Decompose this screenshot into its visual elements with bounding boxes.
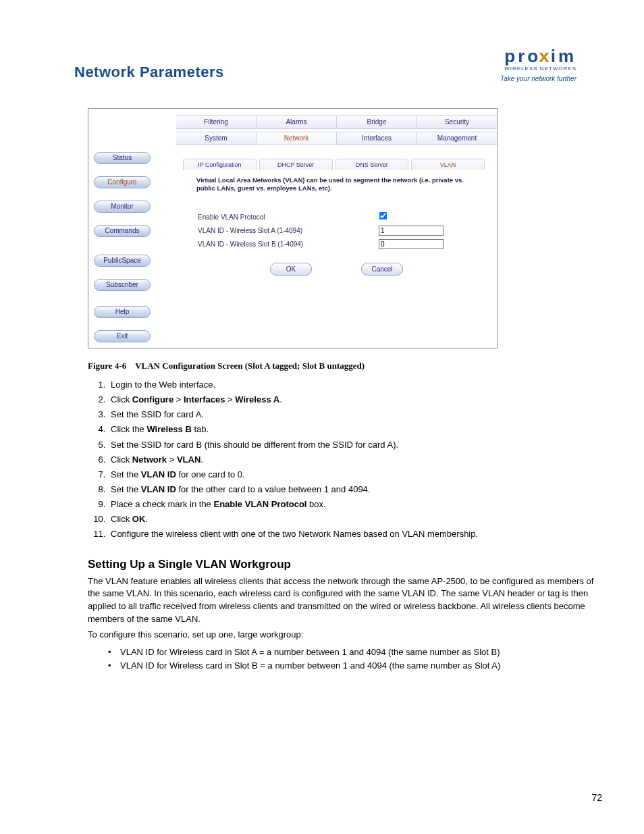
list-item: Place a check mark in the Enable VLAN Pr… <box>108 498 601 511</box>
nav-publicspace[interactable]: PublicSpace <box>94 255 151 267</box>
tab-security[interactable]: Security <box>417 116 497 128</box>
list-item: Click OK. <box>108 513 601 526</box>
nav-monitor[interactable]: Monitor <box>94 201 151 213</box>
figure-caption: Figure 4-6 VLAN Configuration Screen (Sl… <box>88 361 603 371</box>
logo-text-left: pro <box>504 46 541 66</box>
logo-text-right: im <box>551 46 576 66</box>
subtab-dns-server[interactable]: DNS Server <box>336 159 409 170</box>
list-item: Click Configure > Interfaces > Wireless … <box>108 393 601 407</box>
vlan-slot-b-input[interactable] <box>379 239 444 249</box>
nav-status[interactable]: Status <box>94 152 151 164</box>
list-item: Configure the wireless client with one o… <box>108 527 601 541</box>
list-item: Login to the Web interface. <box>108 378 601 392</box>
list-item: Click the Wireless B tab. <box>108 423 601 436</box>
ok-button[interactable]: OK <box>270 263 312 276</box>
vlan-slot-b-label: VLAN ID - Wireless Slot B (1-4094) <box>198 238 303 251</box>
tab-alarms[interactable]: Alarms <box>257 116 337 128</box>
section-para-2: To configure this scenario, set up one, … <box>88 629 608 642</box>
nav-subscriber[interactable]: Subscriber <box>94 279 151 291</box>
tab-interfaces[interactable]: Interfaces <box>337 132 417 145</box>
tab-network[interactable]: Network <box>257 132 337 145</box>
logo-subtext: WIRELESS NETWORKS <box>500 66 576 72</box>
list-item: Set the SSID for card A. <box>108 408 601 421</box>
subtab-ip-configuration[interactable]: IP Configuration <box>183 159 257 170</box>
vlan-config-screenshot: Status Configure Monitor Commands Public… <box>88 108 498 348</box>
list-item: VLAN ID for Wireless card in Slot A = a … <box>108 646 603 659</box>
figure-text: VLAN Configuration Screen (Slot A tagged… <box>135 361 365 371</box>
page-title: Network Parameters <box>74 63 224 81</box>
tab-bridge[interactable]: Bridge <box>337 116 417 128</box>
tab-filtering[interactable]: Filtering <box>176 116 257 128</box>
subtab-vlan[interactable]: VLAN <box>411 159 485 170</box>
vlan-slot-a-input[interactable] <box>379 226 444 236</box>
section-para-1: The VLAN feature enables all wireless cl… <box>88 575 608 626</box>
list-item: Click Network > VLAN. <box>108 453 601 467</box>
nav-commands[interactable]: Commands <box>94 225 151 237</box>
subtab-dhcp-server[interactable]: DHCP Server <box>259 159 333 170</box>
cancel-button[interactable]: Cancel <box>361 263 403 276</box>
page-header: Network Parameters proxim WIRELESS NETWO… <box>41 41 603 88</box>
nav-exit[interactable]: Exit <box>94 330 151 342</box>
list-item: Set the SSID for card B (this should be … <box>108 438 601 452</box>
page-number: 72 <box>591 792 602 803</box>
procedure-list: Login to the Web interface. Click Config… <box>108 378 601 542</box>
list-item: VLAN ID for Wireless card in Slot B = a … <box>108 659 603 673</box>
nav-configure[interactable]: Configure <box>94 176 151 188</box>
list-item: Set the VLAN ID for the other card to a … <box>108 483 601 496</box>
logo-tagline: Take your network further <box>500 76 576 82</box>
enable-vlan-label: Enable VLAN Protocol <box>198 211 265 224</box>
list-item: Set the VLAN ID for one card to 0. <box>108 468 601 481</box>
logo-x-icon: x <box>539 47 552 65</box>
enable-vlan-checkbox[interactable] <box>379 212 387 220</box>
tab-system[interactable]: System <box>176 132 257 145</box>
brand-logo: proxim WIRELESS NETWORKS Take your netwo… <box>500 47 576 82</box>
tab-management[interactable]: Management <box>417 132 497 145</box>
section-heading: Setting Up a Single VLAN Workgroup <box>88 558 603 571</box>
bullet-list: VLAN ID for Wireless card in Slot A = a … <box>108 646 603 673</box>
figure-label: Figure 4-6 <box>88 361 126 371</box>
vlan-description: Virtual Local Area Networks (VLAN) can b… <box>196 176 483 193</box>
vlan-slot-a-label: VLAN ID - Wireless Slot A (1-4094) <box>198 225 302 237</box>
nav-help[interactable]: Help <box>94 306 151 318</box>
